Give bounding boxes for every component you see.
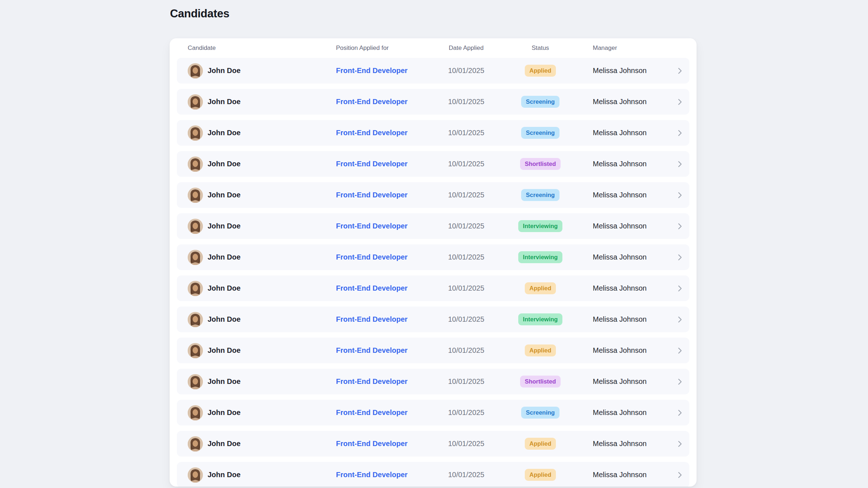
table-row[interactable]: John Doe Front-End Developer 10/01/2025 … (177, 400, 689, 425)
position-link[interactable]: Front-End Developer (336, 98, 430, 106)
position-link[interactable]: Front-End Developer (336, 284, 430, 292)
column-header-manager: Manager (578, 44, 672, 52)
date-applied: 10/01/2025 (430, 440, 502, 448)
status-badge: Shortlisted (520, 376, 561, 388)
status-cell: Screening (502, 127, 578, 139)
table-row[interactable]: John Doe Front-End Developer 10/01/2025 … (177, 244, 689, 270)
table-row[interactable]: John Doe Front-End Developer 10/01/2025 … (177, 151, 689, 177)
status-badge: Interviewing (518, 251, 562, 263)
candidate-name: John Doe (208, 440, 241, 448)
chevron-right-icon (678, 254, 682, 261)
status-cell: Interviewing (502, 251, 578, 263)
portrait-photo-icon (188, 343, 203, 358)
status-cell: Interviewing (502, 220, 578, 232)
manager-name: Melissa Johnson (578, 377, 672, 386)
candidate-name: John Doe (208, 67, 241, 75)
portrait-photo-icon (188, 374, 203, 389)
candidate-avatar (188, 343, 203, 358)
portrait-photo-icon (188, 219, 203, 234)
row-open-control[interactable] (672, 129, 682, 137)
position-link[interactable]: Front-End Developer (336, 67, 430, 75)
row-open-control[interactable] (672, 347, 682, 354)
chevron-right-icon (678, 223, 682, 230)
table-header-row: Candidate Position Applied for Date Appl… (177, 38, 689, 58)
position-link[interactable]: Front-End Developer (336, 253, 430, 261)
status-badge: Applied (525, 344, 556, 356)
date-applied: 10/01/2025 (430, 346, 502, 355)
row-open-control[interactable] (672, 192, 682, 199)
table-row[interactable]: John Doe Front-End Developer 10/01/2025 … (177, 431, 689, 457)
table-row[interactable]: John Doe Front-End Developer 10/01/2025 … (177, 369, 689, 394)
chevron-right-icon (678, 347, 682, 354)
table-row[interactable]: John Doe Front-End Developer 10/01/2025 … (177, 58, 689, 84)
candidate-name: John Doe (208, 222, 241, 230)
table-row[interactable]: John Doe Front-End Developer 10/01/2025 … (177, 307, 689, 332)
position-link[interactable]: Front-End Developer (336, 160, 430, 168)
date-applied: 10/01/2025 (430, 160, 502, 168)
status-cell: Applied (502, 438, 578, 450)
candidate-cell: John Doe (188, 281, 336, 296)
position-link[interactable]: Front-End Developer (336, 129, 430, 137)
candidate-name: John Doe (208, 315, 241, 324)
date-applied: 10/01/2025 (430, 377, 502, 386)
row-open-control[interactable] (672, 223, 682, 230)
status-cell: Interviewing (502, 313, 578, 325)
status-badge: Applied (525, 469, 556, 481)
position-link[interactable]: Front-End Developer (336, 377, 430, 386)
row-open-control[interactable] (672, 316, 682, 323)
position-link[interactable]: Front-End Developer (336, 191, 430, 199)
position-link[interactable]: Front-End Developer (336, 315, 430, 324)
table-row[interactable]: John Doe Front-End Developer 10/01/2025 … (177, 338, 689, 363)
status-badge: Interviewing (518, 220, 562, 232)
row-open-control[interactable] (672, 440, 682, 448)
position-link[interactable]: Front-End Developer (336, 346, 430, 355)
candidate-avatar (188, 157, 203, 172)
candidate-cell: John Doe (188, 436, 336, 451)
table-row[interactable]: John Doe Front-End Developer 10/01/2025 … (177, 275, 689, 301)
candidate-cell: John Doe (188, 312, 336, 327)
status-cell: Screening (502, 407, 578, 419)
status-cell: Applied (502, 469, 578, 481)
row-open-control[interactable] (672, 67, 682, 74)
status-cell: Screening (502, 189, 578, 201)
candidate-name: John Doe (208, 471, 241, 479)
manager-name: Melissa Johnson (578, 440, 672, 448)
position-link[interactable]: Front-End Developer (336, 408, 430, 417)
candidate-name: John Doe (208, 160, 241, 168)
candidates-table-card: Candidate Position Applied for Date Appl… (170, 38, 697, 487)
position-link[interactable]: Front-End Developer (336, 440, 430, 448)
position-link[interactable]: Front-End Developer (336, 222, 430, 230)
row-open-control[interactable] (672, 409, 682, 416)
candidate-name: John Doe (208, 346, 241, 355)
portrait-photo-icon (188, 250, 203, 265)
row-open-control[interactable] (672, 471, 682, 479)
row-open-control[interactable] (672, 160, 682, 168)
table-row[interactable]: John Doe Front-End Developer 10/01/2025 … (177, 182, 689, 208)
candidate-avatar (188, 281, 203, 296)
table-row[interactable]: John Doe Front-End Developer 10/01/2025 … (177, 89, 689, 115)
status-badge: Screening (521, 96, 559, 108)
position-link[interactable]: Front-End Developer (336, 471, 430, 479)
row-open-control[interactable] (672, 378, 682, 385)
status-cell: Applied (502, 282, 578, 294)
manager-name: Melissa Johnson (578, 222, 672, 230)
candidate-cell: John Doe (188, 467, 336, 483)
chevron-right-icon (678, 67, 682, 74)
candidate-avatar (188, 125, 203, 141)
candidate-avatar (188, 374, 203, 389)
table-row[interactable]: John Doe Front-End Developer 10/01/2025 … (177, 462, 689, 487)
candidate-cell: John Doe (188, 374, 336, 389)
candidate-avatar (188, 467, 203, 483)
row-open-control[interactable] (672, 254, 682, 261)
table-row[interactable]: John Doe Front-End Developer 10/01/2025 … (177, 120, 689, 146)
portrait-photo-icon (188, 467, 203, 483)
portrait-photo-icon (188, 157, 203, 172)
table-row[interactable]: John Doe Front-End Developer 10/01/2025 … (177, 213, 689, 239)
chevron-right-icon (678, 440, 682, 448)
chevron-right-icon (678, 129, 682, 137)
candidate-name: John Doe (208, 408, 241, 417)
date-applied: 10/01/2025 (430, 471, 502, 479)
row-open-control[interactable] (672, 98, 682, 106)
candidate-name: John Doe (208, 377, 241, 386)
row-open-control[interactable] (672, 285, 682, 292)
